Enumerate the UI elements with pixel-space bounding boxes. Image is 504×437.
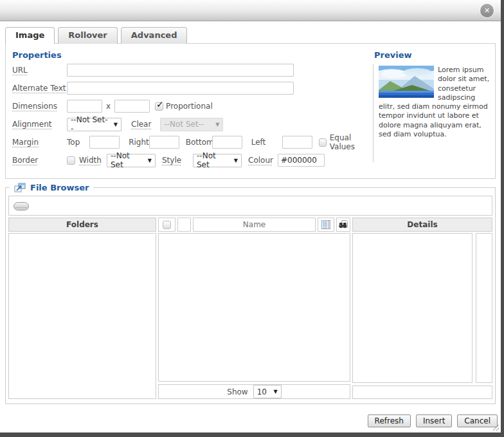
refresh-button[interactable]: Refresh: [368, 414, 411, 427]
border-label: Border: [12, 156, 38, 165]
file-browser-icon: [14, 183, 26, 192]
select-all-checkbox[interactable]: [163, 221, 171, 229]
name-header-label: Name: [243, 220, 266, 229]
dropdown-arrow-icon: ▼: [148, 158, 152, 163]
border-width-select[interactable]: --Not Set ▼: [107, 154, 156, 167]
file-browser-legend-label: File Browser: [30, 183, 89, 192]
dropdown-arrow-icon: ▼: [234, 158, 238, 163]
folders-column: Folders: [8, 218, 156, 399]
file-browser-grid: Folders Name: [8, 218, 492, 399]
show-select-value: 10: [257, 387, 267, 396]
tab-advanced[interactable]: Advanced: [121, 27, 188, 44]
equal-values-label: Equal Values: [330, 133, 373, 151]
alternate-text-label: Alternate Text: [12, 84, 66, 93]
border-width-label: Width: [79, 156, 102, 165]
checkmark-icon: ✓: [156, 99, 164, 109]
margin-top-label: Top: [67, 138, 89, 147]
margin-right-label: Right: [129, 138, 149, 147]
border-style-label: Style: [162, 156, 181, 165]
tab-rollover[interactable]: Rollover: [58, 27, 118, 44]
list-view-icon: [321, 219, 331, 230]
proportional-label: Proportional: [166, 102, 213, 111]
alignment-select[interactable]: --Not Set-- ▼: [67, 118, 122, 131]
files-panel[interactable]: [158, 233, 350, 382]
folders-panel[interactable]: [8, 233, 156, 399]
margin-left-label: Left: [251, 138, 277, 147]
close-button[interactable]: ✕: [480, 4, 494, 17]
margin-left-input[interactable]: [282, 136, 312, 149]
dimensions-row: Dimensions x ✓ Proportional: [12, 97, 373, 115]
border-colour-input[interactable]: [278, 154, 325, 167]
border-width-select-value: --Not Set: [111, 151, 144, 169]
preview-section: Preview Lorem ipsum dolor sit amet, cons…: [373, 48, 495, 178]
show-label: Show: [227, 387, 248, 396]
cancel-button[interactable]: Cancel: [457, 414, 498, 427]
url-label: URL: [12, 66, 28, 75]
name-column: Name: [158, 218, 350, 399]
preview-heading: Preview: [374, 50, 491, 60]
url-row: URL: [12, 61, 373, 79]
margin-bottom-label: Bottom: [186, 138, 212, 147]
image-dialog: ✕ Image Rollover Advanced Properties URL…: [0, 0, 501, 432]
file-browser-section: File Browser Folders: [5, 183, 496, 404]
dropdown-arrow-icon: ▼: [274, 389, 278, 395]
border-row: Border Width --Not Set ▼ Style --Not Set…: [12, 151, 373, 169]
clear-select-value: --Not Set--: [164, 120, 204, 129]
border-width-checkbox[interactable]: [67, 156, 75, 165]
file-type-header-cell: [177, 218, 191, 232]
show-select[interactable]: 10 ▼: [253, 385, 282, 398]
alternate-text-input[interactable]: [67, 82, 294, 95]
alternate-text-row: Alternate Text: [12, 79, 373, 97]
dropdown-arrow-icon: ▼: [114, 122, 118, 127]
name-header-row: Name: [158, 218, 350, 232]
height-input[interactable]: [114, 100, 150, 113]
margin-bottom-input[interactable]: [212, 136, 242, 149]
margin-top-input[interactable]: [89, 136, 120, 149]
details-scroll-track[interactable]: [476, 233, 492, 383]
preview-body: Lorem ipsum dolor sit amet, consetetur s…: [373, 64, 491, 162]
dimensions-label: Dimensions: [12, 102, 57, 111]
tab-image[interactable]: Image: [5, 27, 55, 44]
margin-right-input[interactable]: [149, 136, 179, 149]
select-all-cell: [158, 218, 176, 232]
properties-section: Properties URL Alternate Text Dimensions…: [12, 48, 373, 178]
drive-button[interactable]: [12, 198, 31, 214]
file-browser-toolbar: [8, 196, 492, 216]
dimensions-separator: x: [106, 102, 111, 111]
tab-rollover-label: Rollover: [68, 30, 107, 40]
border-style-select[interactable]: --Not Set ▼: [193, 154, 242, 167]
details-panel[interactable]: [352, 233, 473, 383]
drive-icon: [13, 200, 30, 212]
name-header[interactable]: Name: [193, 218, 316, 232]
preview-image: [379, 66, 434, 98]
clear-label: Clear: [131, 120, 151, 129]
tab-advanced-label: Advanced: [131, 30, 177, 40]
border-style-select-value: --Not Set: [197, 151, 230, 169]
margin-label: Margin: [12, 138, 39, 147]
image-tab-panel: Properties URL Alternate Text Dimensions…: [5, 43, 496, 179]
folders-header[interactable]: Folders: [8, 218, 156, 232]
clear-select[interactable]: --Not Set-- ▼: [160, 118, 223, 131]
list-view-button[interactable]: [318, 218, 334, 232]
alignment-label: Alignment: [12, 120, 51, 129]
details-footer: [352, 386, 492, 399]
tab-image-label: Image: [15, 30, 44, 40]
search-button[interactable]: [336, 218, 350, 232]
details-header[interactable]: Details: [352, 218, 492, 232]
alignment-row: Alignment --Not Set-- ▼ Clear --Not Set-…: [12, 115, 373, 133]
url-input[interactable]: [67, 64, 294, 77]
proportional-checkbox[interactable]: ✓: [155, 102, 163, 111]
dialog-titlebar[interactable]: ✕: [0, 0, 501, 21]
close-icon: ✕: [484, 6, 490, 15]
border-colour-label: Colour: [248, 156, 273, 165]
file-browser-legend: File Browser: [10, 183, 93, 192]
files-footer: Show 10 ▼: [158, 384, 350, 399]
dialog-footer: Refresh Insert Cancel: [0, 414, 498, 427]
dropdown-arrow-icon: ▼: [215, 122, 219, 127]
binoculars-icon: [338, 219, 348, 230]
insert-button[interactable]: Insert: [416, 414, 452, 427]
width-input[interactable]: [67, 100, 102, 113]
equal-values-checkbox[interactable]: [319, 138, 327, 147]
tab-bar: Image Rollover Advanced: [5, 27, 496, 43]
margin-row: Margin Top Right Bottom Left Equal Value…: [12, 133, 373, 151]
